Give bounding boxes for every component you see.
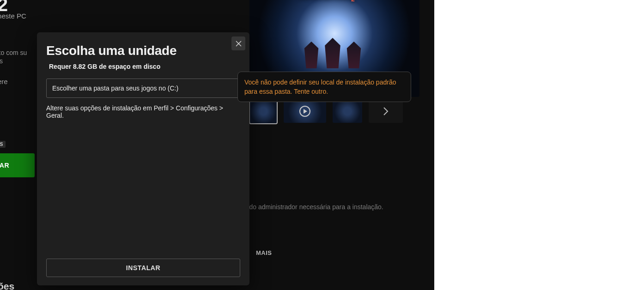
thumbnail-video[interactable] <box>284 100 326 123</box>
hero-figure <box>303 42 320 68</box>
admin-required-note: ão do administrador necessária para a in… <box>240 203 383 211</box>
game-subtitle-fragment: m ótimo jogo neste PC <box>0 12 26 20</box>
play-icon <box>299 106 310 117</box>
install-button[interactable]: INSTALAR <box>46 259 240 277</box>
hero-logo-text: ARAGAMI2 <box>299 0 355 3</box>
close-button[interactable] <box>231 36 245 50</box>
hero-logo-main: ARAGAMI <box>299 0 351 1</box>
choose-drive-dialog: Escolha uma unidade Requer 8.82 GB de es… <box>37 32 249 285</box>
chevron-right-icon <box>383 107 389 115</box>
error-tooltip: Você não pode definir seu local de insta… <box>237 72 411 102</box>
more-tab[interactable]: MAIS <box>256 249 272 256</box>
bottom-section-heading: ões <box>0 281 14 290</box>
thumbnail[interactable] <box>333 100 362 123</box>
account-line1: conto com su <box>0 48 27 57</box>
close-icon <box>236 41 242 47</box>
drive-folder-select[interactable]: Escolher uma pasta para seus jogos no (C… <box>46 79 240 98</box>
hero-figure <box>345 42 363 68</box>
gamepass-badge: E PASS <box>0 141 6 148</box>
install-primary-button[interactable]: AR <box>0 153 35 177</box>
media-thumbnails <box>249 99 403 124</box>
account-text-fragment: conto com su Pass <box>0 48 27 65</box>
hero-figure <box>323 38 342 68</box>
hero-logo-suffix: 2 <box>351 0 355 3</box>
disk-requirement: Requer 8.82 GB de espaço em disco <box>49 63 240 70</box>
hero-figures <box>286 42 379 74</box>
right-empty-area <box>434 0 644 290</box>
play-anywhere-label: Anywhere <box>0 78 8 85</box>
thumbnail-selected[interactable] <box>249 99 277 124</box>
settings-hint: Altere suas opções de instalação em Perf… <box>46 104 240 119</box>
dialog-title: Escolha uma unidade <box>46 43 240 58</box>
account-line2: Pass <box>0 57 27 65</box>
thumbnails-next-button[interactable] <box>369 100 403 123</box>
